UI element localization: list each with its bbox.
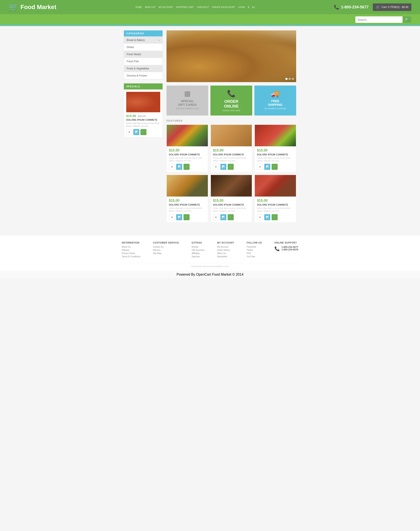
addcart-btn-1[interactable]: 🛒 [183, 164, 190, 170]
footer-information-title: INFORMATION [122, 241, 140, 244]
footer: INFORMATION About Us Delivery Privacy Po… [0, 235, 420, 271]
feature-shipping-title: FREESHIPPING [257, 99, 293, 107]
nav-home[interactable]: HOME [135, 6, 142, 8]
footer-link-returns[interactable]: Returns [153, 249, 179, 251]
special-product-desc: Donec vitae diam ut purus luctus finshi … [126, 122, 160, 127]
hero-dot-1[interactable] [285, 78, 287, 80]
category-item-fruits[interactable]: Fruits & Vegetables [124, 65, 162, 72]
product-card-2: $15.00 DOLORE IPSUM COMMETE Donec vitae … [211, 125, 252, 172]
feature-order-title: ORDERONLINE [213, 99, 249, 109]
category-item-bread[interactable]: Bread & Bakery ▾ [124, 37, 162, 44]
nav-createaccount[interactable]: CREATE AN ACCOUNT [212, 6, 235, 8]
footer-support-title: ONLINE SUPPORT [274, 241, 298, 244]
product-body-3: $15.00 DOLORE IPSUM COMMETE Donec vitae … [255, 148, 296, 170]
footer-link-rss[interactable]: RSS [247, 252, 262, 254]
footer-link-sitemap[interactable]: Site Map [153, 252, 179, 254]
nav-wishlist[interactable]: WISH LIST [145, 6, 156, 8]
compare-btn-6[interactable]: 📊 [264, 214, 270, 220]
compare-btn-5[interactable]: 📊 [220, 214, 226, 220]
product-desc-4: Donec vitae diam ut purus luctus finshi … [169, 207, 206, 212]
wishlist-btn-6[interactable]: ★ [257, 214, 263, 220]
category-item-grocery[interactable]: Grocery & Frozen [124, 72, 162, 79]
compare-btn-2[interactable]: 📊 [220, 164, 226, 170]
footer-link-privacy[interactable]: Privacy Policy [122, 252, 140, 254]
search-button[interactable]: 🔍 [403, 16, 411, 23]
footer-link-facebook[interactable]: Facebook [247, 246, 262, 248]
footer-link-contact[interactable]: Contact Us [153, 246, 179, 248]
footer-link-vouchers[interactable]: Gift Vouchers [192, 249, 205, 251]
product-actions-4: ★ 📊 🛒 [169, 214, 206, 220]
compare-btn-1[interactable]: 📊 [176, 164, 182, 170]
addcart-button-special[interactable]: 🛒 [140, 129, 147, 135]
footer-link-wishlist[interactable]: Wish List [217, 252, 234, 254]
barcode-icon: ▦ [169, 89, 205, 98]
footer-link-terms[interactable]: Terms & Conditions [122, 255, 140, 258]
product-card-4: $15.00 DOLORE IPSUM COMMETE Donec vitae … [166, 175, 208, 222]
sidebar: CATEGORIES Bread & Bakery ▾ Drinks Fresh… [124, 30, 163, 226]
product-name-3: DOLORE IPSUM COMMETE [257, 153, 294, 156]
cart-button[interactable]: 🛒 Cart: 0 ITEM(S) - $0.00 [373, 3, 411, 11]
category-label-fruits: Fruits & Vegetables [127, 67, 149, 70]
compare-button-special[interactable]: 📊 [133, 129, 139, 135]
category-item-drinks[interactable]: Drinks [124, 44, 162, 51]
footer-link-affiliates[interactable]: Affiliates [192, 252, 205, 254]
product-actions-5: ★ 📊 🛒 [213, 214, 250, 220]
addcart-btn-4[interactable]: 🛒 [183, 214, 190, 220]
addcart-btn-5[interactable]: 🛒 [228, 214, 234, 220]
footer-link-newsletter[interactable]: Newsletter [217, 255, 234, 258]
feature-giftcards-title: SPECIALGIFT CARDS [169, 99, 205, 107]
footer-link-specials[interactable]: Specials [192, 255, 205, 258]
wishlist-btn-4[interactable]: ★ [169, 214, 175, 220]
footer-link-about[interactable]: About Us [122, 246, 140, 248]
product-card-5: $15.00 DOLORE IPSUM COMMETE Donec vitae … [211, 175, 252, 222]
footer-link-orderhistory[interactable]: Order History [217, 249, 234, 251]
feature-box-giftcards[interactable]: ▦ SPECIALGIFT CARDS GIVE THE PERFECT GIF… [166, 86, 208, 115]
wishlist-btn-5[interactable]: ★ [213, 214, 219, 220]
hero-dot-3[interactable] [292, 78, 294, 80]
category-item-meats[interactable]: Fresh Meats [124, 51, 162, 58]
product-name-1: DOLORE IPSUM COMMETE [169, 153, 206, 156]
chevron-down-icon: ▾ [159, 39, 160, 41]
nav-login[interactable]: LOGIN [238, 6, 245, 8]
hero-banner [166, 30, 296, 82]
product-price-1: $15.00 [169, 148, 206, 152]
language-selector[interactable]: En [252, 6, 255, 8]
footer-link-youtube[interactable]: YouTube [247, 255, 262, 258]
feature-box-shipping[interactable]: 🚚 FREESHIPPING ON ORDERS OVER $99 [254, 86, 296, 115]
product-image-3 [255, 125, 296, 146]
hero-dot-2[interactable] [289, 78, 291, 80]
product-card-1: $15.00 DOLORE IPSUM COMMETE Donec vitae … [166, 125, 208, 172]
feature-box-order[interactable]: 📞 ORDERONLINE HOURS: 8AM-11PM [210, 86, 252, 115]
cart-label: Cart: 0 ITEM(S) - $0.00 [381, 6, 408, 9]
product-price-5: $15.00 [213, 199, 250, 203]
footer-link-myaccount[interactable]: My Account [217, 246, 234, 248]
compare-btn-3[interactable]: 📊 [264, 164, 270, 170]
product-body-4: $15.00 DOLORE IPSUM COMMETE Donec vitae … [167, 199, 208, 220]
search-input[interactable] [355, 16, 403, 23]
site-name: Food Market [20, 3, 56, 11]
footer-link-delivery[interactable]: Delivery [122, 249, 140, 251]
wishlist-btn-2[interactable]: ★ [213, 164, 219, 170]
footer-link-brands[interactable]: Brands [192, 246, 205, 248]
addcart-btn-3[interactable]: 🛒 [272, 164, 278, 170]
nav-myaccount[interactable]: MY ACCOUNT [159, 6, 173, 8]
hero-bread-image [166, 30, 296, 82]
category-item-fish[interactable]: Fresh Fish [124, 58, 162, 65]
phone-number: 1-800-234-5677 [341, 5, 369, 10]
compare-btn-4[interactable]: 📊 [176, 214, 182, 220]
nav-cart[interactable]: SHOPPING CART [176, 6, 194, 8]
main-container: CATEGORIES Bread & Bakery ▾ Drinks Fresh… [122, 26, 298, 231]
product-desc-5: Donec vitae diam ut purus luctus finshi … [213, 207, 250, 212]
currency-selector[interactable]: $ [248, 6, 249, 8]
category-label-fish: Fresh Fish [127, 60, 139, 63]
addcart-btn-6[interactable]: 🛒 [272, 214, 278, 220]
addcart-btn-2[interactable]: 🛒 [228, 164, 234, 170]
header: 🛒 Food Market HOME WISH LIST MY ACCOUNT … [0, 0, 420, 14]
wishlist-btn-1[interactable]: ★ [169, 164, 175, 170]
nav-checkout[interactable]: CHECKOUT [197, 6, 209, 8]
wishlist-btn-3[interactable]: ★ [257, 164, 263, 170]
product-price-2: $15.00 [213, 148, 250, 152]
product-body-1: $15.00 DOLORE IPSUM COMMETE Donec vitae … [167, 148, 208, 170]
footer-link-twitter[interactable]: Twitter [247, 249, 262, 251]
wishlist-button-special[interactable]: ★ [126, 129, 132, 135]
